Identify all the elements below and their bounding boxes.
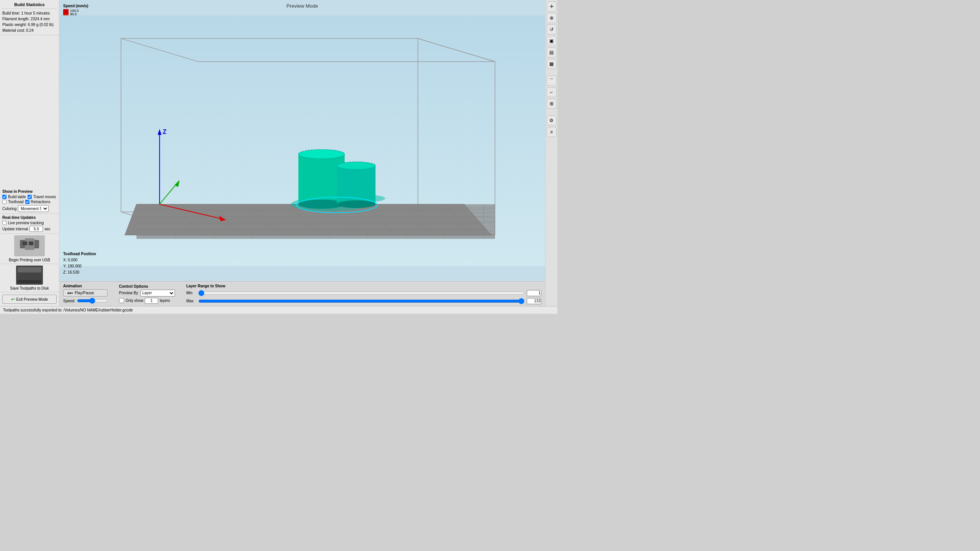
control-options-title: Control Options bbox=[119, 284, 175, 289]
toolbar-btn-measure[interactable]: ⌒ bbox=[547, 76, 557, 86]
animation-title: Animation bbox=[63, 284, 108, 288]
retractions-label: Retractions bbox=[31, 200, 51, 204]
update-interval-label: Update interval bbox=[2, 227, 28, 231]
3d-scene[interactable]: Z bbox=[59, 0, 545, 281]
build-table-label: Build table bbox=[8, 195, 26, 199]
toolhead-x: X: 0.000 bbox=[63, 257, 96, 263]
layers-label: layers bbox=[160, 298, 170, 303]
play-pause-button[interactable]: ⏮▶ Play/Pause bbox=[63, 289, 108, 297]
toolhead-checkbox[interactable] bbox=[2, 200, 7, 204]
toolhead-y: Y: 190.000 bbox=[63, 263, 96, 269]
right-toolbar: ✛ ⊕ ↺ ▣ ▤ ▦ ⌒ ⌐ ⊞ ⚙ ≡ bbox=[545, 0, 557, 306]
toolbar-btn-grid[interactable]: ⊞ bbox=[547, 99, 557, 109]
only-show-label: Only show bbox=[126, 298, 144, 303]
toolbar-btn-layers[interactable]: ≡ bbox=[547, 127, 557, 137]
layers-input[interactable] bbox=[145, 298, 158, 304]
build-time-stat: Build time: 1 hour 5 minutes bbox=[2, 10, 57, 16]
show-in-preview-section: Show in Preview Build table Travel moves… bbox=[0, 188, 59, 214]
build-statistics-section: Build Statistics Build time: 1 hour 5 mi… bbox=[0, 0, 59, 35]
toolbar-btn-solid[interactable]: ▣ bbox=[547, 36, 557, 46]
toolhead-position: Toolhead Position X: 0.000 Y: 190.000 Z:… bbox=[63, 251, 96, 276]
min-label: Min bbox=[186, 291, 196, 295]
play-icon: ⏮▶ bbox=[67, 291, 73, 295]
build-table-checkbox[interactable] bbox=[2, 195, 7, 199]
max-layer-input[interactable] bbox=[527, 298, 541, 304]
layer-range-group: Layer Range to Show Min Max bbox=[186, 284, 541, 304]
material-cost-stat: Material cost: 0.24 bbox=[2, 28, 57, 33]
max-layer-slider[interactable] bbox=[198, 298, 524, 304]
play-pause-label: Play/Pause bbox=[75, 291, 94, 295]
update-interval-unit: sec bbox=[44, 227, 51, 231]
toolbar-btn-settings[interactable]: ⚙ bbox=[547, 116, 557, 126]
sd-section: Save Toolpaths to Disk bbox=[0, 264, 59, 292]
layer-range-title: Layer Range to Show bbox=[186, 284, 541, 288]
travel-moves-checkbox[interactable] bbox=[28, 195, 32, 199]
toolbar-btn-zoom-fit[interactable]: ⊕ bbox=[547, 13, 557, 23]
coloring-select[interactable]: Movement Speed bbox=[18, 205, 49, 212]
preview-by-label: Preview By bbox=[119, 291, 138, 295]
show-in-preview-title: Show in Preview bbox=[2, 189, 57, 194]
filament-length-stat: Filament length: 2324.4 mm bbox=[2, 16, 57, 22]
max-label: Max bbox=[186, 299, 196, 303]
live-tracking-checkbox[interactable] bbox=[2, 221, 7, 225]
speed-slider[interactable] bbox=[77, 298, 108, 304]
animation-group: Animation ⏮▶ Play/Pause Speed: bbox=[63, 284, 108, 304]
only-show-checkbox[interactable] bbox=[119, 298, 124, 303]
sd-label[interactable]: Save Toolpaths to Disk bbox=[10, 286, 49, 290]
exit-preview-button[interactable]: Exit Preview Mode bbox=[2, 295, 57, 304]
control-options-group: Control Options Preview By Layer Only sh… bbox=[119, 284, 175, 304]
live-tracking-label: Live preview tracking bbox=[8, 221, 44, 225]
toolbar-btn-wire[interactable]: ▤ bbox=[547, 47, 557, 57]
bottom-controls: Animation ⏮▶ Play/Pause Speed: Control O… bbox=[59, 281, 545, 306]
toolhead-label: Toolhead bbox=[8, 200, 24, 204]
usb-section: Begin Printing over USB bbox=[0, 234, 59, 264]
status-bar: Toolpaths successfully exported to: /Vol… bbox=[0, 306, 557, 314]
stats-area bbox=[0, 35, 59, 188]
svg-text:Z: Z bbox=[163, 128, 167, 135]
min-layer-input[interactable] bbox=[527, 290, 541, 296]
sd-image[interactable] bbox=[16, 266, 43, 285]
usb-image[interactable] bbox=[14, 235, 45, 256]
left-sidebar: Build Statistics Build time: 1 hour 5 mi… bbox=[0, 0, 59, 306]
toolbar-btn-cut[interactable]: ⌐ bbox=[547, 87, 557, 97]
retractions-checkbox[interactable] bbox=[25, 200, 29, 204]
toolbar-btn-rotate[interactable]: ↺ bbox=[547, 24, 557, 34]
realtime-title: Real-time Updates bbox=[2, 215, 57, 220]
3d-viewport[interactable]: Preview Mode Speed (mm/s) bbox=[59, 0, 545, 306]
svg-point-54 bbox=[337, 201, 376, 208]
plastic-weight-stat: Plastic weight: 6.99 g (0.02 lb) bbox=[2, 22, 57, 28]
toolhead-position-title: Toolhead Position bbox=[63, 251, 96, 257]
toolbar-btn-display[interactable]: ▦ bbox=[547, 59, 557, 69]
build-statistics-title: Build Statistics bbox=[2, 2, 57, 9]
travel-moves-label: Travel moves bbox=[33, 195, 56, 199]
usb-label[interactable]: Begin Printing over USB bbox=[9, 258, 50, 262]
min-layer-slider[interactable] bbox=[198, 290, 524, 296]
exit-preview-label: Exit Preview Mode bbox=[16, 297, 48, 302]
preview-by-select[interactable]: Layer bbox=[140, 290, 175, 297]
realtime-section: Real-time Updates Live preview tracking … bbox=[0, 214, 59, 234]
toolhead-z: Z: 16.530 bbox=[63, 269, 96, 276]
status-message: Toolpaths successfully exported to: /Vol… bbox=[3, 308, 133, 312]
update-interval-input[interactable] bbox=[29, 226, 43, 232]
speed-label: Speed: bbox=[63, 299, 75, 303]
coloring-label: Coloring bbox=[2, 207, 16, 211]
toolbar-btn-cursor[interactable]: ✛ bbox=[547, 2, 557, 11]
